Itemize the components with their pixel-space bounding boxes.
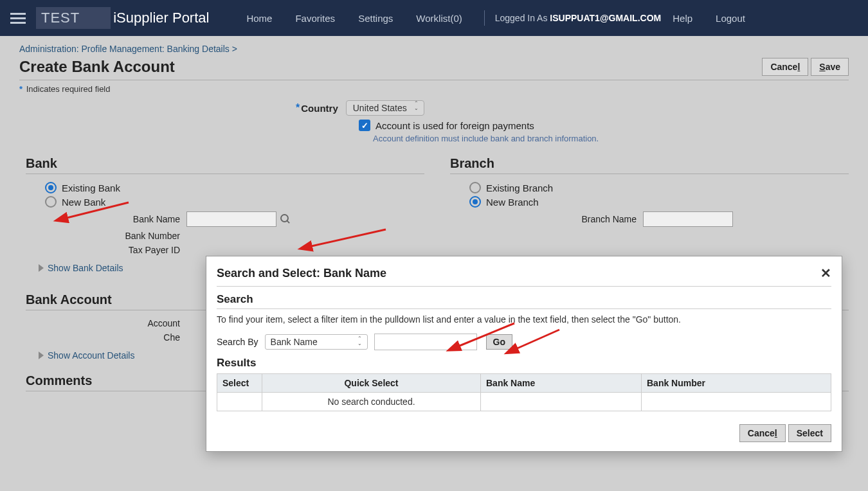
bank-number-label: Bank Number bbox=[64, 231, 180, 241]
cell-no-results: No search conducted. bbox=[262, 393, 481, 411]
breadcrumb: Administration: Profile Management: Bank… bbox=[19, 44, 849, 54]
nav-worklist[interactable]: Worklist(0) bbox=[416, 13, 462, 24]
hamburger-menu-icon[interactable] bbox=[10, 13, 26, 24]
col-select: Select bbox=[217, 374, 262, 393]
branch-heading: Branch bbox=[450, 156, 849, 174]
required-star-icon: * bbox=[19, 84, 23, 94]
account-row-label: Account bbox=[64, 318, 180, 328]
tax-payer-id-label: Tax Payer ID bbox=[64, 245, 180, 255]
modal-cancel-button[interactable]: Cancel bbox=[739, 424, 786, 442]
show-account-details-text: Show Account Details bbox=[48, 350, 134, 361]
required-note-text: Indicates required field bbox=[26, 84, 111, 94]
search-by-label: Search By bbox=[217, 337, 258, 347]
branch-name-label: Branch Name bbox=[489, 214, 637, 224]
required-star-icon: * bbox=[296, 102, 300, 114]
logged-in-text: Logged In As ISUPPUAT1@GMAIL.COM bbox=[495, 13, 661, 23]
bank-name-search-icon[interactable] bbox=[280, 214, 291, 224]
col-bank-name: Bank Name bbox=[481, 374, 642, 393]
logged-in-prefix: Logged In As bbox=[495, 13, 550, 23]
environment-badge: TEST bbox=[36, 7, 111, 29]
new-bank-radio-row[interactable]: New Bank bbox=[45, 196, 424, 208]
cell-bank-number bbox=[642, 393, 831, 411]
portal-title: iSupplier Portal bbox=[113, 10, 209, 26]
col-bank-number: Bank Number bbox=[642, 374, 831, 393]
country-label: Country bbox=[301, 103, 338, 114]
go-button[interactable]: Go bbox=[486, 334, 512, 350]
results-table: Select Quick Select Bank Name Bank Numbe… bbox=[217, 373, 831, 411]
bank-name-label: Bank Name bbox=[64, 214, 180, 224]
table-row: No search conducted. bbox=[217, 393, 831, 411]
required-field-note: * Indicates required field bbox=[19, 84, 849, 94]
col-quick-select: Quick Select bbox=[262, 374, 481, 393]
bank-heading: Bank bbox=[26, 156, 424, 174]
nav-help[interactable]: Help bbox=[673, 13, 692, 24]
modal-rule bbox=[217, 308, 831, 309]
page-title: Create Bank Account bbox=[19, 58, 759, 76]
foreign-payments-checkbox[interactable]: ✓ bbox=[359, 120, 370, 131]
breadcrumb-administration[interactable]: Administration: bbox=[19, 44, 79, 54]
existing-branch-radio-row[interactable]: Existing Branch bbox=[469, 182, 849, 193]
bank-name-input[interactable] bbox=[186, 211, 276, 227]
modal-select-button[interactable]: Select bbox=[788, 424, 831, 442]
nav-settings[interactable]: Settings bbox=[358, 13, 393, 24]
modal-title: Search and Select: Bank Name bbox=[217, 267, 820, 280]
cancel-button[interactable]: Cancel bbox=[762, 58, 808, 76]
search-by-select[interactable]: Bank Name bbox=[265, 334, 368, 350]
existing-branch-label: Existing Branch bbox=[486, 183, 553, 193]
breadcrumb-profile-management[interactable]: Profile Management: bbox=[81, 44, 164, 54]
check-row-label: Che bbox=[64, 332, 180, 343]
new-bank-label: New Bank bbox=[62, 197, 105, 208]
results-heading: Results bbox=[217, 357, 831, 370]
existing-bank-radio-row[interactable]: Existing Bank bbox=[45, 182, 424, 193]
logged-in-user: ISUPPUAT1@GMAIL.COM bbox=[550, 13, 661, 23]
nav-logout[interactable]: Logout bbox=[716, 13, 745, 24]
new-branch-label: New Branch bbox=[486, 197, 539, 208]
new-bank-radio[interactable] bbox=[45, 196, 57, 208]
nav-favorites[interactable]: Favorites bbox=[295, 13, 335, 24]
cell-select bbox=[217, 393, 262, 411]
branch-name-input[interactable] bbox=[643, 211, 733, 227]
new-branch-radio-row[interactable]: New Branch bbox=[469, 196, 849, 208]
existing-bank-label: Existing Bank bbox=[62, 183, 120, 193]
existing-branch-radio[interactable] bbox=[469, 182, 481, 193]
country-select[interactable]: United States bbox=[346, 100, 424, 116]
page-title-row: Create Bank Account Cancel Save bbox=[19, 58, 849, 80]
nav-divider bbox=[484, 10, 485, 26]
nav-home[interactable]: Home bbox=[246, 13, 272, 24]
modal-search-heading: Search bbox=[217, 293, 831, 306]
top-navbar: TEST iSupplier Portal Home Favorites Set… bbox=[0, 0, 868, 36]
cell-bank-name bbox=[481, 393, 642, 411]
modal-instructions: To find your item, select a filter item … bbox=[217, 314, 831, 325]
breadcrumb-banking-details[interactable]: Banking Details bbox=[167, 44, 230, 54]
existing-bank-radio[interactable] bbox=[45, 182, 57, 193]
save-button[interactable]: Save bbox=[811, 58, 849, 76]
new-branch-radio[interactable] bbox=[469, 196, 481, 208]
search-select-modal: Search and Select: Bank Name ✕ Search To… bbox=[206, 256, 842, 452]
breadcrumb-separator: > bbox=[232, 44, 237, 54]
foreign-payments-helper: Account definition must include bank and… bbox=[26, 134, 849, 143]
show-bank-details-text: Show Bank Details bbox=[48, 263, 123, 273]
foreign-payments-label: Account is used for foreign payments bbox=[375, 120, 534, 131]
search-value-input[interactable] bbox=[374, 334, 477, 350]
modal-close-icon[interactable]: ✕ bbox=[820, 265, 831, 281]
